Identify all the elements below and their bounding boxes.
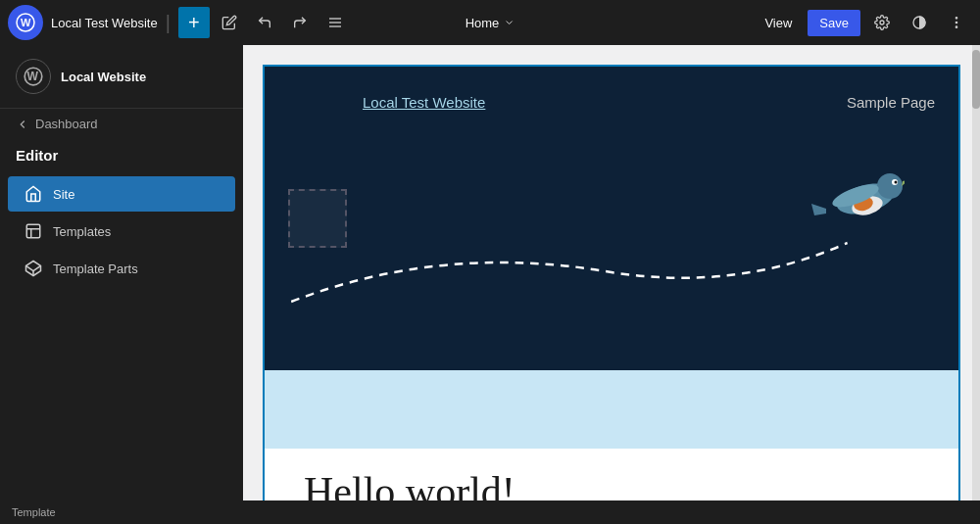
view-button[interactable]: View [755,10,802,36]
status-label: Template [12,506,56,518]
templates-icon [24,221,43,241]
main-layout: W Local Website Dashboard Editor Site [0,45,980,500]
header-site-link[interactable]: Local Test Website [363,94,485,111]
preview-content: Hello world! [265,449,958,500]
home-dropdown-button[interactable]: Home [458,12,523,34]
edit-button[interactable] [214,7,245,38]
svg-rect-12 [26,224,40,238]
svg-point-8 [956,22,956,23]
sidebar-template-parts-label: Template Parts [53,262,138,276]
style-button[interactable] [904,7,935,38]
sidebar-item-template-parts[interactable]: Template Parts [8,251,235,286]
wp-logo: W [8,5,43,40]
preview-light-section [265,370,958,449]
preview-header: Local Test Website Sample Page [265,67,958,370]
template-parts-icon [24,259,43,278]
dashboard-link[interactable]: Dashboard [0,109,243,139]
save-button[interactable]: Save [808,10,860,36]
svg-text:W: W [21,17,31,28]
list-view-button[interactable] [319,7,351,38]
svg-point-5 [880,21,884,24]
top-toolbar: W Local Test Website | + [0,0,980,45]
content-area: Local Test Website Sample Page [243,45,980,500]
svg-text:W: W [26,70,38,83]
toolbar-site-title: Local Test Website [51,16,158,30]
dashed-curve [274,223,864,321]
home-label: Home [466,16,500,30]
chevron-left-icon [16,118,29,131]
sidebar-item-templates[interactable]: Templates [8,214,235,249]
svg-point-20 [877,173,903,199]
svg-point-7 [956,18,956,19]
redo-button[interactable] [284,7,316,38]
svg-marker-25 [811,204,826,215]
toolbar-center: Home [458,12,523,34]
sidebar-wp-logo: W [16,59,51,94]
sidebar: W Local Website Dashboard Editor Site [0,45,243,500]
dashboard-label: Dashboard [35,117,98,131]
hello-world-heading: Hello world! [304,468,919,500]
home-icon [24,184,43,204]
svg-point-22 [895,181,898,184]
canvas-frame: Local Test Website Sample Page [263,65,960,500]
more-options-button[interactable] [941,7,972,38]
undo-button[interactable] [249,7,280,38]
canvas-scrollbar[interactable] [972,45,980,500]
sidebar-site-name: Local Website [61,70,146,84]
sidebar-site-label: Site [53,187,74,202]
svg-point-9 [956,26,956,27]
canvas-container[interactable]: Local Test Website Sample Page [243,45,980,500]
add-block-button[interactable]: + [178,7,210,38]
sidebar-header: W Local Website [0,45,243,109]
header-sample-page: Sample Page [847,94,935,111]
canvas-scrollbar-thumb [972,50,980,109]
sidebar-item-site[interactable]: Site [8,176,235,212]
status-bar: Template [0,500,980,524]
toolbar-right: View Save [755,7,972,38]
sidebar-templates-label: Templates [53,224,111,239]
toolbar-left: W Local Test Website | + [8,5,351,40]
editor-label: Editor [0,139,243,175]
settings-button[interactable] [866,7,898,38]
